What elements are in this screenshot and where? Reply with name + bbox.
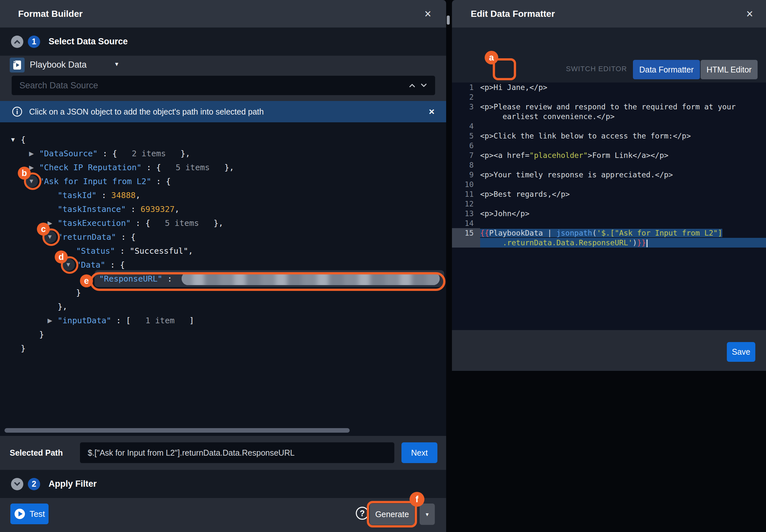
format-builder-header: Format Builder × [0, 0, 446, 28]
json-tree-row[interactable]: ▶"inputData" : [ 1 item ] [0, 314, 446, 327]
step-label: Select Data Source [49, 37, 128, 47]
redacted-value [182, 272, 440, 285]
json-tree-row[interactable]: ▼{ [0, 133, 446, 147]
line-number: 3 [452, 102, 480, 112]
collapse-toggle-icon[interactable]: ▼ [62, 259, 75, 271]
editor-line: 10 [452, 180, 766, 189]
chevron-up-icon[interactable] [11, 36, 23, 48]
editor-line: 15{{PlaybookData | jsonpath('$.["Ask for… [452, 228, 766, 238]
line-number: 7 [452, 150, 480, 160]
chevron-down-icon[interactable] [11, 478, 23, 490]
json-tree-row[interactable]: "taskInstance" : 6939327, [0, 202, 446, 216]
line-number [452, 238, 480, 248]
json-tree[interactable]: ▼{▶"DataSource" : { 2 items },▶"Check IP… [0, 122, 446, 436]
tab-html-editor[interactable]: HTML Editor [701, 60, 758, 79]
step-number-badge: 2 [28, 478, 40, 490]
chevron-down-icon [420, 83, 428, 88]
line-number: 13 [452, 209, 480, 218]
editor-line: 7<p><a href="placeholder">Form Link</a><… [452, 150, 766, 160]
editor-line: 6 [452, 141, 766, 150]
json-tree-row[interactable]: ▶"DataSource" : { 2 items }, [0, 147, 446, 161]
json-tree-row[interactable]: ▼"Data" : { [0, 258, 446, 272]
editor-line: 12 [452, 199, 766, 209]
expand-toggle-icon[interactable]: ▶ [25, 161, 38, 174]
save-button[interactable]: Save [727, 342, 755, 362]
text-cursor [647, 239, 648, 247]
line-number: 6 [452, 141, 480, 150]
editor-line: 5<p>Click the link below to access the f… [452, 131, 766, 141]
collapse-toggle-icon[interactable]: ▼ [6, 133, 19, 147]
editor-line: 9<p>Your timely response is appreciated.… [452, 170, 766, 180]
json-tree-row[interactable]: "Status" : "Successful", [0, 244, 446, 258]
line-number [452, 112, 480, 121]
screen: Format Builder × 1 Select Data Source Pl… [0, 0, 766, 532]
help-icon[interactable]: ? [356, 507, 369, 520]
format-builder-footer: Test ? Generate ▼ [0, 498, 446, 532]
search-step-arrows[interactable] [409, 83, 428, 88]
playbook-data-icon [10, 58, 25, 72]
chevron-up-icon [409, 83, 416, 88]
json-tree-row[interactable]: ▶"taskExecution" : { 5 items }, [0, 216, 446, 230]
selected-path-value: $.["Ask for Input from L2"].returnData.D… [88, 448, 294, 458]
info-banner: Click on a JSON object to add the object… [0, 101, 446, 122]
expand-toggle-icon[interactable]: ▶ [25, 147, 38, 161]
data-source-selected-value: Playbook Data [30, 60, 87, 70]
next-button[interactable]: Next [402, 442, 438, 463]
line-number: 9 [452, 170, 480, 180]
line-number: 4 [452, 121, 480, 131]
generate-button[interactable]: Generate [370, 504, 415, 525]
json-tree-row[interactable]: } [0, 327, 446, 341]
selected-path-input[interactable]: $.["Ask for Input from L2"].returnData.D… [80, 442, 394, 463]
search-data-source-input[interactable]: Search Data Source [12, 76, 435, 95]
line-number: 11 [452, 189, 480, 199]
editor-line: 1<p>Hi Jane,</p> [452, 83, 766, 92]
line-number: 15 [452, 228, 480, 238]
line-number: 10 [452, 180, 480, 189]
panel-title: Edit Data Formatter [471, 9, 555, 19]
editor-line: 4 [452, 121, 766, 131]
editor-line: .returnData.Data.ResponseURL')}} [452, 238, 766, 248]
horizontal-scrollbar-thumb[interactable] [5, 428, 350, 433]
tab-data-formatter[interactable]: Data Formatter [633, 60, 700, 79]
json-tree-row[interactable]: }, [0, 300, 446, 314]
expand-toggle-icon[interactable]: ▶ [43, 314, 56, 327]
code-editor[interactable]: 1<p>Hi Jane,</p>23<p>Please review and r… [452, 83, 766, 330]
line-number: 1 [452, 83, 480, 92]
json-tree-row-responseurl[interactable]: "ResponseURL" : [0, 272, 446, 286]
json-tree-row[interactable]: ▼"returnData" : { [0, 230, 446, 244]
expand-toggle-icon[interactable]: ▶ [43, 216, 56, 230]
editor-line: 8 [452, 160, 766, 170]
json-tree-row[interactable]: } [0, 286, 446, 300]
close-icon[interactable]: × [425, 8, 431, 20]
line-number: 12 [452, 199, 480, 209]
editor-line: 14 [452, 218, 766, 228]
editor-line: 13<p>John</p> [452, 209, 766, 218]
editor-subheader: SWITCH EDITOR Data Formatter HTML Editor… [452, 28, 766, 83]
data-source-dropdown[interactable]: Playbook Data ▼ [0, 56, 446, 74]
line-number: 2 [452, 92, 480, 102]
banner-close-icon[interactable]: × [429, 106, 435, 117]
json-tree-row[interactable]: ▶"Check IP Reputation" : { 5 items }, [0, 161, 446, 174]
test-button[interactable]: Test [10, 504, 49, 524]
json-tree-row[interactable]: "taskId" : 34888, [0, 188, 446, 202]
generate-dropdown-button[interactable]: ▼ [420, 504, 435, 525]
chevron-down-icon[interactable]: ▼ [114, 61, 119, 68]
section-apply-filter: 2 Apply Filter [0, 470, 446, 498]
data-source-bar: Playbook Data ▼ Search Data Source [0, 56, 446, 101]
play-icon [14, 508, 26, 520]
step-number-badge: 1 [28, 36, 40, 48]
editor-line: 11<p>Best regards,</p> [452, 189, 766, 199]
step-label: Apply Filter [49, 479, 97, 489]
collapse-toggle-icon[interactable]: ▼ [43, 231, 56, 243]
line-number: 8 [452, 160, 480, 170]
json-tree-row[interactable]: } [0, 341, 446, 355]
vertical-scrollbar-thumb[interactable] [447, 16, 450, 25]
line-number: 14 [452, 218, 480, 228]
dialog-title: Format Builder [18, 9, 83, 19]
selected-path-label: Selected Path [10, 448, 63, 458]
banner-text: Click on a JSON object to add the object… [29, 107, 264, 116]
editor-line: earliest convenience.</p> [452, 112, 766, 121]
close-icon[interactable]: × [746, 8, 753, 20]
collapse-toggle-icon[interactable]: ▼ [25, 175, 38, 187]
json-tree-row[interactable]: ▼"Ask for Input from L2" : { [0, 174, 446, 188]
